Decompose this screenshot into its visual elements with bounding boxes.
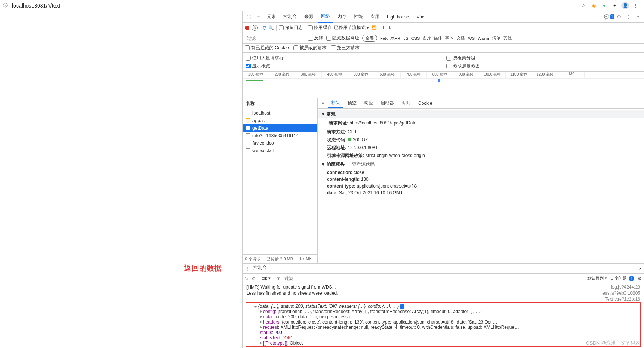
network-options: 使用大量请求行 显示概览 按框架分组 截取屏幕截图 xyxy=(243,53,644,72)
highlighted-output: {data: {…}, status: 200, statusText: 'OK… xyxy=(246,302,641,347)
menu-icon[interactable]: ⋮ xyxy=(632,2,639,9)
ext-icon-1[interactable]: ◉ xyxy=(590,2,597,9)
tab-response[interactable]: 响应 xyxy=(361,98,376,108)
close-detail-icon[interactable]: × xyxy=(319,101,327,106)
console-line: Text.vue?1c2b:16 xyxy=(243,296,644,302)
drawer-drag-icon[interactable]: ⋮ xyxy=(245,266,249,271)
disable-cache-checkbox[interactable]: 停用缓存 xyxy=(308,24,332,31)
tab-memory[interactable]: 内存 xyxy=(334,11,349,22)
filter-js[interactable]: JS xyxy=(404,36,408,41)
tick: 200 毫秒 xyxy=(269,72,295,78)
upload-icon[interactable]: ⬆ xyxy=(382,25,385,30)
wifi-icon[interactable]: 📶 xyxy=(371,25,377,30)
throttle-select[interactable]: 已停用节流模式 ▾ xyxy=(334,24,369,31)
list-header[interactable]: 名称 xyxy=(243,98,317,109)
view-source-link[interactable]: 查看源代码 xyxy=(352,161,375,168)
large-rows-checkbox[interactable]: 使用大量请求行 xyxy=(246,54,440,62)
screenshot-checkbox[interactable]: 截取屏幕截图 xyxy=(446,62,641,70)
console-play-icon[interactable]: ▷ xyxy=(245,276,248,281)
inspect-icon[interactable]: ⬚ xyxy=(244,13,252,21)
filter-all[interactable]: 全部 xyxy=(362,35,377,42)
request-row[interactable]: getData xyxy=(243,124,317,132)
header-kv: 请求方法: GET xyxy=(318,128,644,136)
console-drawer: ⋮ 控制台 × ▷ ⊘ top ▾ 👁 默认级别 ▾ 1 个问题: 1 ⚙ [H… xyxy=(243,263,644,348)
bookmark-star-icon[interactable]: ☆ xyxy=(581,3,585,8)
filter-ws[interactable]: WS xyxy=(468,36,475,41)
filter-img[interactable]: 图片 xyxy=(423,35,431,41)
preserve-log-checkbox[interactable]: 保留日志 xyxy=(279,24,303,31)
third-party-checkbox[interactable]: 第三方请求 xyxy=(331,45,360,51)
console-filter-input[interactable] xyxy=(284,276,341,281)
tab-preview[interactable]: 预览 xyxy=(345,98,360,108)
filter-fetchxhr[interactable]: Fetch/XHR xyxy=(380,36,401,41)
issues-link[interactable]: 1 个问题: 1 xyxy=(611,275,634,281)
source-link[interactable]: less.js?9eb0:10805 xyxy=(602,291,640,296)
settings-icon[interactable]: ⚙ xyxy=(615,13,623,21)
extensions-icon[interactable]: ✦ xyxy=(611,2,618,9)
source-link[interactable]: Text.vue?1c2b:16 xyxy=(605,297,640,302)
filter-input[interactable] xyxy=(245,35,305,42)
request-row[interactable]: localhost xyxy=(243,109,317,117)
list-footer: 6 个请求 已传输 2.0 MB 9.7 MB xyxy=(243,254,317,263)
blocked-requests-checkbox[interactable]: 被屏蔽的请求 xyxy=(293,45,327,51)
request-row[interactable]: app.js xyxy=(243,117,317,124)
tab-timing[interactable]: 时间 xyxy=(399,98,414,108)
source-link[interactable]: log.js?4244:23 xyxy=(611,284,640,290)
request-row[interactable]: websocket xyxy=(243,147,317,154)
group-by-frame-checkbox[interactable]: 按框架分组 xyxy=(446,54,641,62)
filter-manifest[interactable]: 清单 xyxy=(492,35,500,41)
console-tab[interactable]: 控制台 xyxy=(253,265,267,272)
filter-media[interactable]: 媒体 xyxy=(434,35,442,41)
tick: 1200 毫秒 xyxy=(532,72,558,78)
invert-checkbox[interactable]: 反转 xyxy=(308,35,323,41)
more-icon[interactable]: ⋮ xyxy=(624,13,633,21)
filter-css[interactable]: CSS xyxy=(411,36,420,41)
context-select[interactable]: top ▾ xyxy=(260,275,272,281)
filter-font[interactable]: 字体 xyxy=(445,35,454,41)
drawer-close-icon[interactable]: × xyxy=(639,266,642,271)
tab-application[interactable]: 应用 xyxy=(367,11,382,22)
tab-network[interactable]: 网络 xyxy=(318,11,333,23)
tab-lighthouse[interactable]: Lighthouse xyxy=(384,12,412,22)
show-overview-checkbox[interactable]: 显示概览 xyxy=(246,62,440,70)
filter-doc[interactable]: 文档 xyxy=(457,35,465,41)
console-clear-icon[interactable]: ⊘ xyxy=(252,276,256,281)
download-icon[interactable]: ⬇ xyxy=(388,25,392,30)
response-headers-section[interactable]: ▼ 响应标头 xyxy=(321,161,345,168)
tick: 800 毫秒 xyxy=(427,72,453,78)
tick: 900 毫秒 xyxy=(453,72,479,78)
tab-headers[interactable]: 标头 xyxy=(328,98,343,108)
request-row[interactable]: favicon.ico xyxy=(243,139,317,147)
log-level-select[interactable]: 默认级别 ▾ xyxy=(587,275,607,281)
tab-initiator[interactable]: 启动器 xyxy=(378,98,397,108)
filter-wasm[interactable]: Wasm xyxy=(478,36,489,41)
vue-devtools-icon[interactable]: ▼ xyxy=(600,2,608,9)
tab-cookies[interactable]: Cookie xyxy=(415,99,435,107)
blocked-cookies-checkbox[interactable]: 有已拦截的 Cookie xyxy=(245,45,289,51)
messages-icon[interactable]: 💬1 xyxy=(605,13,613,21)
network-timeline[interactable]: 100 毫秒 200 毫秒 300 毫秒 400 毫秒 500 毫秒 600 毫… xyxy=(243,72,644,98)
tab-vue[interactable]: Vue xyxy=(414,12,428,22)
device-icon[interactable]: ▭ xyxy=(254,13,262,21)
site-info-icon[interactable]: ⓘ xyxy=(3,2,9,9)
address-bar: ⓘ localhost:8081/#/text ☆ ◉ ▼ ✦ 👤 ⋮ xyxy=(0,0,644,11)
tab-elements[interactable]: 元素 xyxy=(264,11,279,22)
header-kv: content-type: application/json; charset=… xyxy=(318,183,644,189)
record-button[interactable] xyxy=(245,26,249,30)
profile-icon[interactable]: 👤 xyxy=(621,2,629,9)
filter-toggle-icon[interactable]: ▽ xyxy=(263,25,266,30)
hide-data-urls-checkbox[interactable]: 隐藏数据网址 xyxy=(326,35,359,41)
request-row[interactable]: info?t=1635005416114 xyxy=(243,132,317,139)
header-kv: date: Sat, 23 Oct 2021 16:10:16 GMT xyxy=(318,189,644,196)
filter-other[interactable]: 其他 xyxy=(503,35,512,41)
general-section[interactable]: 常规 xyxy=(318,110,644,118)
header-kv: 请求网址: http://localhost:8081/apis/getData xyxy=(318,118,644,128)
tab-console[interactable]: 控制台 xyxy=(280,11,300,22)
tab-sources[interactable]: 来源 xyxy=(301,11,316,22)
clear-button[interactable]: ⊘ xyxy=(252,25,258,31)
console-eye-icon[interactable]: 👁 xyxy=(276,276,281,281)
tab-performance[interactable]: 性能 xyxy=(351,11,366,22)
search-icon[interactable]: 🔍 xyxy=(268,25,274,30)
expand-icon[interactable]: » xyxy=(634,13,642,21)
console-settings-icon[interactable]: ⚙ xyxy=(638,276,642,281)
